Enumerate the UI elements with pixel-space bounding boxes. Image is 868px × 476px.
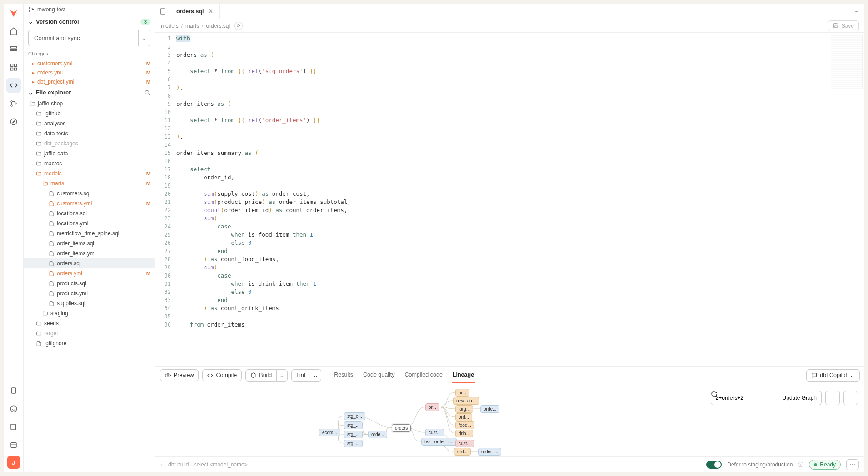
tree-folder[interactable]: seeds [24,318,155,328]
nav-grid[interactable] [6,60,21,74]
save-label: Save [842,23,854,29]
changed-file[interactable]: ▸dbt_project.ymlM [24,77,155,86]
folder-icon [35,121,42,127]
lineage-node[interactable]: orders [392,424,411,432]
lineage-node[interactable]: orde... [480,405,499,413]
lineage-node[interactable]: stg_... [344,421,363,429]
tree-file[interactable]: metricflow_time_spine.sql [24,228,155,238]
nav-avatar[interactable]: J [7,456,20,469]
build-dropdown[interactable]: ⌄ [277,369,288,382]
save-button[interactable]: Save [828,20,859,31]
tree-folder[interactable]: target [24,328,155,338]
tree-file[interactable]: orders.sql [24,258,155,268]
nav-window[interactable] [6,438,21,452]
lineage-node[interactable]: or... [455,389,469,397]
lineage-node[interactable]: larg... [455,405,473,413]
tree-file[interactable]: order_items.yml [24,248,155,258]
file-explorer-header[interactable]: ⌄ File explorer [24,86,155,99]
close-icon[interactable]: ✕ [208,8,213,15]
lineage-node[interactable]: new_cu... [453,397,479,405]
lineage-node[interactable]: test_order_it... [421,438,457,446]
tree-folder[interactable]: jaffle-data [24,149,155,159]
crumb[interactable]: orders.sql [206,23,230,29]
lineage-node[interactable]: order_... [478,448,501,456]
commit-dropdown[interactable]: ⌄ [138,30,150,46]
results-tab[interactable]: Compiled code [404,367,443,383]
update-graph-button[interactable]: Update Graph [778,391,822,405]
compile-button[interactable]: Compile [202,369,242,381]
lint-dropdown[interactable]: ⌄ [310,369,321,382]
changed-file[interactable]: ▸orders.ymlM [24,68,155,77]
nav-book[interactable] [6,420,21,434]
tree-file[interactable]: products.yml [24,288,155,298]
new-tab-button[interactable]: ＋ [849,4,864,19]
changed-file[interactable]: ▸customers.ymlM [24,59,155,68]
command-hint[interactable]: dbt build --select <model_name> [168,461,248,468]
defer-toggle[interactable] [706,461,722,469]
commit-button[interactable]: Commit and sync ⌄ [28,30,150,46]
tree-file[interactable]: supplies.sql [24,298,155,308]
tree-file[interactable]: order_items.sql [24,238,155,248]
lineage-node[interactable]: ecom... [319,429,340,436]
tree-folder[interactable]: staging [24,308,155,318]
lineage-node[interactable]: or... [425,403,439,411]
crumb[interactable]: models [161,23,179,29]
results-tab[interactable]: Lineage [452,367,475,383]
lineage-node[interactable]: stg_... [344,440,363,447]
file-chip-icon[interactable] [155,4,170,19]
nav-home[interactable] [6,24,21,38]
tree-file[interactable]: orders.ymlM [24,268,155,278]
tree-file[interactable]: locations.yml [24,218,155,228]
help-icon[interactable]: ⓘ [798,461,803,469]
lineage-node[interactable]: cust... [455,440,474,447]
lineage-node[interactable]: ord... [454,448,471,456]
branch-indicator[interactable]: mwong-test [24,4,155,15]
crumb[interactable]: marts [185,23,199,29]
lineage-node[interactable]: drin... [455,430,473,437]
tree-file[interactable]: .gitignore [24,338,155,348]
tree-folder[interactable]: martsM [24,178,155,188]
svg-point-22 [167,374,169,376]
tree-file[interactable]: customers.sql [24,188,155,198]
code-editor[interactable]: 1234567891011121314151617181920212223242… [155,33,864,366]
nav-compass[interactable] [6,114,21,129]
tree-folder[interactable]: data-tests [24,129,155,139]
nav-branch[interactable] [6,96,21,111]
fullscreen-icon[interactable] [825,391,840,405]
lineage-filter-input[interactable] [711,391,774,405]
build-button[interactable]: Build [245,369,277,382]
tree-file[interactable]: locations.sql [24,208,155,218]
copilot-button[interactable]: dbt Copilot ⌄ [806,369,860,382]
tree-file[interactable]: products.sql [24,278,155,288]
refresh-graph-icon[interactable] [843,391,858,405]
nav-support[interactable] [6,402,21,416]
results-tab[interactable]: Results [333,367,354,383]
code-content[interactable]: with orders as ( select * from {{ ref('s… [175,33,864,366]
lineage-node[interactable]: stg_o... [344,412,365,420]
tree-folder[interactable]: modelsM [24,169,155,178]
lint-button[interactable]: Lint [291,369,310,382]
search-icon[interactable] [144,89,150,96]
tree-folder[interactable]: .github [24,109,155,119]
refresh-icon[interactable]: ⟳ [234,22,243,30]
nav-ide[interactable] [6,78,21,93]
lineage-node[interactable]: cust... [425,429,444,436]
more-icon[interactable]: ⋯ [846,459,859,470]
tree-folder[interactable]: macros [24,159,155,169]
version-control-header[interactable]: ⌄ Version control 3 [24,15,155,28]
editor-tab[interactable]: orders.sql ✕ [170,4,220,19]
preview-button[interactable]: Preview [160,369,199,381]
lineage-node[interactable]: orde... [368,431,387,438]
lineage-node[interactable]: stg_... [344,431,363,438]
tree-folder[interactable]: jaffle-shop [24,99,155,109]
nav-data[interactable] [6,42,21,56]
results-tab[interactable]: Code quality [362,367,396,383]
nav-clipboard[interactable] [6,383,21,398]
tree-folder[interactable]: analyses [24,119,155,129]
lineage-node[interactable]: food... [455,421,474,429]
tree-folder[interactable]: dbt_packages [24,139,155,149]
lineage-node[interactable]: ord... [455,413,472,421]
tree-file[interactable]: customers.ymlM [24,198,155,208]
lineage-panel[interactable]: ecom...stg_o...stg_...stg_...stg_...orde… [155,384,864,457]
minimap[interactable] [831,35,863,89]
